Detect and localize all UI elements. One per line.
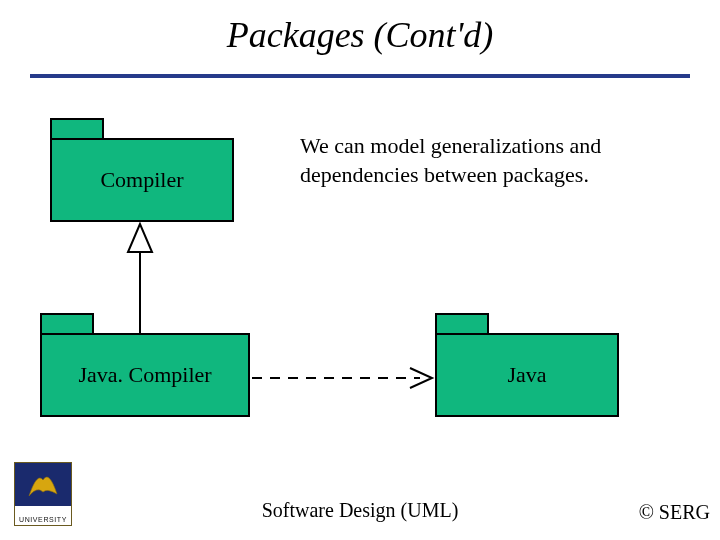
package-label: Compiler (100, 167, 183, 193)
package-tab (40, 313, 94, 335)
package-label: Java. Compiler (78, 362, 211, 388)
package-body: Java. Compiler (40, 333, 250, 417)
diagram-edges (0, 0, 720, 540)
title-rule (30, 74, 690, 78)
edge-generalization (128, 224, 152, 333)
package-tab (50, 118, 104, 140)
package-label: Java (507, 362, 546, 388)
package-body: Java (435, 333, 619, 417)
svg-point-3 (37, 480, 41, 484)
slide-title: Packages (Cont'd) (0, 14, 720, 56)
svg-marker-1 (128, 224, 152, 252)
slide: Packages (Cont'd) We can model generaliz… (0, 0, 720, 540)
package-body: Compiler (50, 138, 234, 222)
package-tab (435, 313, 489, 335)
edge-dependency (252, 368, 432, 388)
footer-right: © SERG (639, 501, 710, 524)
drexel-seal-icon (23, 466, 63, 502)
footer-center: Software Design (UML) (0, 499, 720, 522)
slide-description: We can model generalizations and depende… (300, 132, 670, 189)
